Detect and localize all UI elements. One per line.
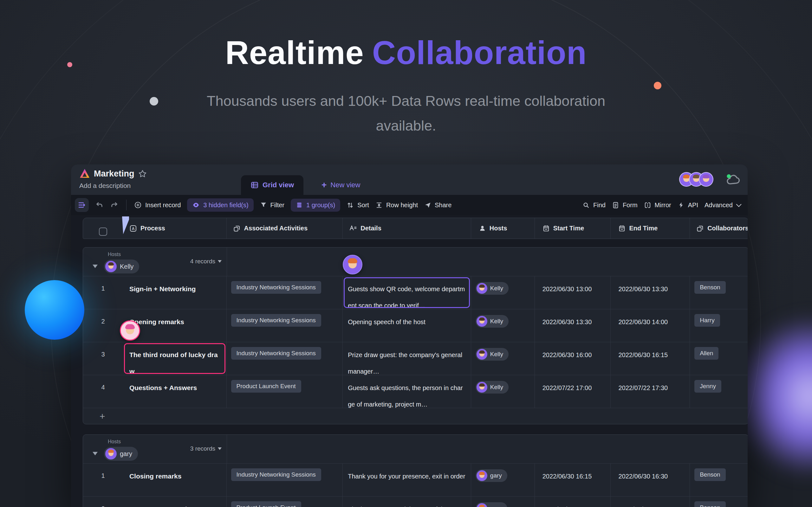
filter-button[interactable]: Filter [260,202,285,209]
add-description-button[interactable]: Add a description [79,182,147,189]
cell-end-time[interactable]: 2022/06/30 16:30 [611,464,690,496]
redo-button[interactable] [110,201,118,210]
mirror-button[interactable]: Mirror [644,202,671,209]
collaborator-avatar-purple [343,255,362,274]
cell-process[interactable]: Questions + Answers [123,375,227,408]
cell-hosts[interactable]: Kelly [471,375,535,408]
column-header-end-time[interactable]: End Time [611,218,690,239]
share-button[interactable]: Share [424,202,452,209]
group-record-count[interactable]: 3 records [146,445,222,452]
hero-title: RealtimeCollaboration [0,34,812,72]
cell-hosts[interactable]: Kelly [471,276,535,309]
cell-start-time[interactable]: 2022/06/30 13:00 [535,276,611,309]
star-outline-icon[interactable] [138,170,147,178]
plus-circle-icon [134,201,142,209]
cell-end-time[interactable]: 2022/06/30 13:30 [611,276,690,309]
row-height-icon [375,202,383,209]
avatar-gary [105,448,117,459]
row-number: 4 [83,375,123,408]
column-header-process[interactable]: A Process [123,218,227,239]
undo-button[interactable] [95,201,104,210]
cell-end-time[interactable]: 2022/07/22 17:30 [611,375,690,408]
cell-details[interactable]: Prize draw guest: the company's general … [343,342,471,375]
cell-start-time[interactable]: 2022/06/30 16:15 [535,464,611,496]
add-record-row[interactable] [83,408,748,425]
cell-process[interactable]: The third round of lucky draw [123,342,227,375]
cell-collaborators[interactable]: Benson [690,276,748,309]
cell-details[interactable]: Opening speech of the host [343,309,471,342]
cell-end-time[interactable]: 2022/06/30 14:00 [611,309,690,342]
collapse-sidebar-button[interactable] [75,198,89,212]
mirror-icon [644,202,651,209]
column-header-hosts[interactable]: Hosts [471,218,535,239]
app-window: Marketing Add a description Grid view Ne… [71,164,748,507]
cell-associated-activities[interactable]: Industry Networking Sessions [227,464,343,496]
cell-hosts[interactable]: gary [471,497,535,507]
column-header-details[interactable]: Details [343,218,471,239]
presence-avatars[interactable] [679,172,713,187]
column-header-start-time[interactable]: Start Time [535,218,611,239]
advanced-button[interactable]: Advanced [705,202,740,209]
cell-start-time[interactable]: 2022/06/30 16:00 [535,342,611,375]
new-view-label: New view [331,181,360,189]
new-view-button[interactable]: New view [321,175,360,195]
cell-process[interactable]: Host announces the start [123,497,227,507]
grid-view-icon [251,181,259,189]
column-header-associated-activities[interactable]: Associated Activities [227,218,343,239]
group-record-count[interactable]: 4 records [146,258,222,265]
cell-hosts[interactable]: Kelly [471,309,535,342]
row-number: 1 [83,464,123,496]
form-button[interactable]: Form [612,202,638,209]
group-field-label: Hosts [108,251,121,257]
calendar-icon [543,225,550,232]
cell-start-time[interactable]: 2022/06/30 13:30 [535,309,611,342]
document-info: Marketing Add a description [79,168,147,189]
cell-end-time[interactable]: 2022/07/22 16:30 [611,497,690,507]
cell-hosts[interactable]: Kelly [471,342,535,375]
cell-start-time[interactable]: 2022/07/22 17:00 [535,375,611,408]
cell-details[interactable]: Thank you for your presence, exit in ord… [343,464,471,496]
cell-end-time[interactable]: 2022/06/30 16:15 [611,342,690,375]
api-button[interactable]: API [677,202,698,209]
select-all-checkbox[interactable] [99,228,107,236]
chevron-down-icon [736,202,742,207]
avatar-purple-hair[interactable] [699,172,713,187]
cell-start-time[interactable]: 2022/07/22 16:00 [535,497,611,507]
cell-associated-activities[interactable]: Industry Networking Sessions [227,309,343,342]
cell-collaborators[interactable]: Harry [690,309,748,342]
find-button[interactable]: Find [582,202,606,209]
cell-details[interactable]: Guests show QR code, welcome department … [343,276,471,309]
cell-details[interactable]: Guests ask questions, the person in char… [343,375,471,408]
table-row: 4 Questions + Answers Product Launch Eve… [83,375,748,408]
cell-associated-activities[interactable]: Industry Networking Sessions [227,342,343,375]
cell-associated-activities[interactable]: Industry Networking Sessions [227,276,343,309]
cell-process[interactable]: Sign-in + Networking [123,276,227,309]
row-number: 2 [83,497,123,507]
sort-button[interactable]: Sort [347,202,369,209]
group-collapse-toggle[interactable] [93,265,98,268]
cell-hosts[interactable]: gary [471,464,535,496]
row-number: 2 [83,309,123,342]
row-height-button[interactable]: Row height [375,202,418,209]
cell-collaborators[interactable]: Benson [690,497,748,507]
group-collapse-toggle[interactable] [93,452,98,455]
cell-collaborators[interactable]: Benson [690,464,748,496]
table-row: 1 Sign-in + Networking Industry Networki… [83,276,748,309]
column-header-collaborators[interactable]: Collaborators [690,218,748,239]
group-value-chip: Kelly [104,260,139,274]
group-kelly: Hosts Kelly 4 records 1 Sign-in + Networ… [83,247,748,424]
cell-associated-activities[interactable]: Product Launch Event [227,497,343,507]
cell-process[interactable]: Closing remarks [123,464,227,496]
cell-details[interactable]: The host announced the start of th [343,497,471,507]
cell-collaborators[interactable]: Jenny [690,375,748,408]
link-record-icon [233,225,241,232]
svg-text:A: A [132,226,135,231]
cloud-sync-icon [725,173,742,186]
hidden-fields-button[interactable]: 3 hidden field(s) [187,199,253,212]
insert-record-button[interactable]: Insert record [134,201,181,209]
filter-funnel-icon [260,202,267,209]
cell-associated-activities[interactable]: Product Launch Event [227,375,343,408]
group-button[interactable]: 1 group(s) [291,199,340,212]
tab-grid-view[interactable]: Grid view [241,175,303,195]
cell-collaborators[interactable]: Allen [690,342,748,375]
